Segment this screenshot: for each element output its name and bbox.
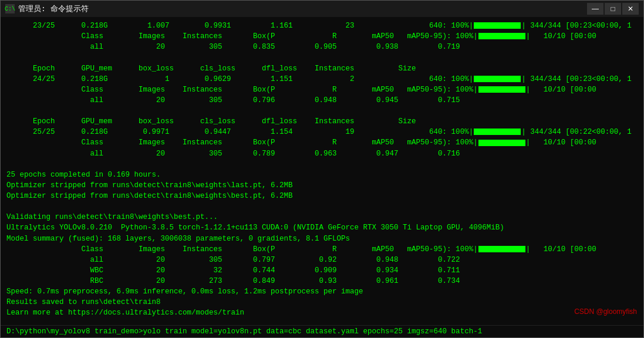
window-controls: — □ ✕ xyxy=(587,3,639,15)
title-bar-left: C:\ 管理员: 命令提示符 xyxy=(5,4,89,14)
terminal-content: 23/25 0.218G 1.007 0.9931 1.161 23 640: … xyxy=(6,21,638,319)
window-title: 管理员: 命令提示符 xyxy=(18,4,89,14)
terminal-output: 23/25 0.218G 1.007 0.9931 1.161 23 640: … xyxy=(1,17,643,325)
minimize-button[interactable]: — xyxy=(587,3,603,15)
prompt-text: D:\python\my_yolov8 train_demo>yolo trai… xyxy=(6,327,482,336)
close-button[interactable]: ✕ xyxy=(622,3,639,15)
watermark-text: CSDN @gloomyfish xyxy=(574,307,637,316)
restore-button[interactable]: □ xyxy=(605,3,621,15)
prompt-bar: D:\python\my_yolov8 train_demo>yolo trai… xyxy=(1,325,643,337)
window: C:\ 管理员: 命令提示符 — □ ✕ 23/25 0.218G 1.007 … xyxy=(0,0,644,338)
watermark: CSDN @gloomyfish xyxy=(574,307,637,316)
title-bar: C:\ 管理员: 命令提示符 — □ ✕ xyxy=(1,1,643,17)
terminal-icon: C:\ xyxy=(5,4,15,13)
